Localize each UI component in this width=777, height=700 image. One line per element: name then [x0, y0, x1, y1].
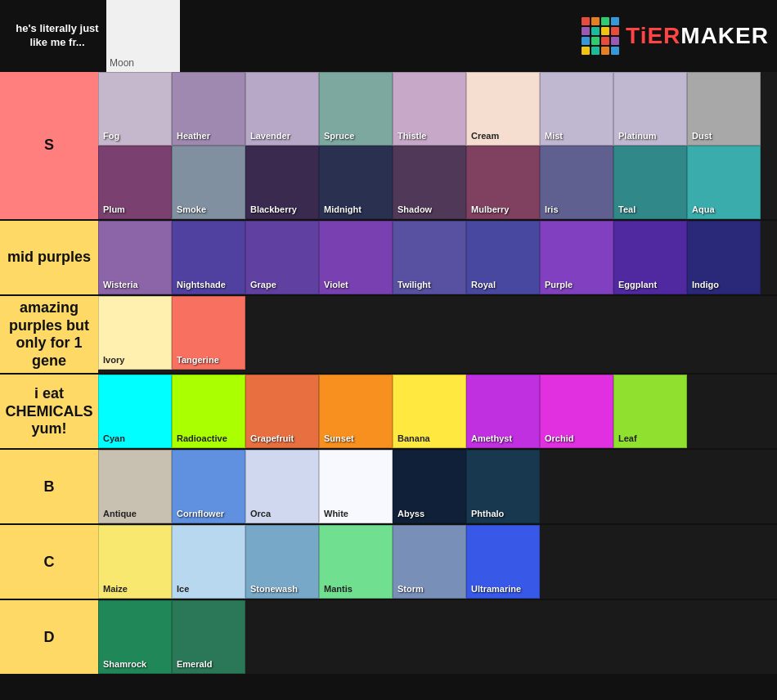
color-label-storm: Storm	[397, 584, 461, 595]
tiermaker-logo: TiERMAKER	[582, 17, 769, 55]
color-cell-violet: Violet	[319, 221, 393, 294]
tier-label-mid: mid purples	[0, 221, 98, 294]
tier-label-C: C	[0, 525, 98, 599]
color-cell-ivory: Ivory	[98, 296, 172, 370]
color-label-orchid: Orchid	[545, 433, 609, 444]
tier-label-amazing: amazing purples but only for 1 gene	[0, 296, 98, 373]
color-cell-mantis: Mantis	[319, 525, 393, 599]
logo-cell	[601, 37, 609, 45]
color-cell-abyss: Abyss	[393, 450, 466, 523]
color-label-spruce: Spruce	[324, 131, 388, 141]
color-cell-teal: Teal	[613, 146, 687, 219]
tier-row-chemicals: i eat CHEMICALS yum!CyanRadioactiveGrape…	[0, 375, 777, 450]
color-cell-antique: Antique	[98, 450, 172, 523]
color-label-maize: Maize	[103, 584, 167, 595]
tier-row-S: SFogHeatherLavenderSpruceThistleCreamMis…	[0, 72, 777, 221]
color-cell-plum: Plum	[98, 146, 172, 219]
color-cell-orchid: Orchid	[540, 375, 613, 448]
color-label-leaf: Leaf	[618, 433, 682, 444]
color-label-dust: Dust	[692, 131, 756, 141]
logo-cell	[591, 47, 600, 55]
color-cell-tangerine: Tangerine	[172, 296, 245, 370]
color-label-mantis: Mantis	[324, 584, 388, 595]
color-label-grape: Grape	[250, 280, 314, 290]
color-cell-royal: Royal	[466, 221, 540, 294]
tiermaker-title: TiERMAKER	[626, 23, 769, 49]
color-label-iris: Iris	[545, 204, 609, 215]
color-cell-emerald: Emerald	[172, 600, 245, 674]
logo-cell	[582, 17, 590, 25]
color-label-ice: Ice	[177, 584, 240, 595]
color-label-stonewash: Stonewash	[250, 584, 314, 595]
color-cell-shadow: Shadow	[393, 146, 466, 219]
color-cell-white: White	[319, 450, 393, 523]
tier-items-D: ShamrockEmerald	[98, 600, 777, 674]
color-cell-radioactive: Radioactive	[172, 375, 245, 448]
tier-items-amazing: IvoryTangerine	[98, 296, 777, 373]
color-label-antique: Antique	[103, 509, 167, 519]
logo-cell	[601, 17, 609, 25]
color-cell-heather: Heather	[172, 72, 245, 146]
color-label-mist: Mist	[545, 131, 609, 141]
color-label-blackberry: Blackberry	[250, 204, 314, 215]
color-label-cream: Cream	[471, 131, 535, 141]
color-label-purple: Purple	[545, 280, 609, 290]
tier-row-C: CMaizeIceStonewashMantisStormUltramarine	[0, 525, 777, 600]
color-label-heather: Heather	[177, 131, 240, 141]
color-label-eggplant: Eggplant	[618, 280, 682, 290]
tier-items-mid: WisteriaNightshadeGrapeVioletTwilightRoy…	[98, 221, 777, 294]
tier-label-chemicals: i eat CHEMICALS yum!	[0, 375, 98, 448]
color-cell-spruce: Spruce	[319, 72, 393, 146]
logo-cell	[582, 47, 590, 55]
tier-label-S: S	[0, 72, 98, 219]
logo-cell	[591, 17, 600, 25]
logo-cell	[611, 47, 619, 55]
color-cell-amethyst: Amethyst	[466, 375, 540, 448]
color-label-wisteria: Wisteria	[103, 280, 167, 290]
color-cell-orca: Orca	[245, 450, 319, 523]
color-label-shadow: Shadow	[397, 204, 461, 215]
color-cell-cyan: Cyan	[98, 375, 172, 448]
logo-grid-icon	[582, 17, 619, 55]
tier-label-D: D	[0, 600, 98, 674]
color-label-emerald: Emerald	[177, 659, 240, 670]
color-label-mulberry: Mulberry	[471, 204, 535, 215]
color-label-tangerine: Tangerine	[177, 355, 240, 366]
color-cell-shamrock: Shamrock	[98, 600, 172, 674]
color-label-ultramarine: Ultramarine	[471, 584, 535, 595]
logo-cell	[591, 27, 600, 35]
color-cell-aqua: Aqua	[687, 146, 761, 219]
color-label-aqua: Aqua	[692, 204, 756, 215]
color-label-twilight: Twilight	[397, 280, 461, 290]
logo-cell	[611, 17, 619, 25]
color-cell-smoke: Smoke	[172, 146, 245, 219]
header: he's literally just like me fr... Moon T…	[0, 0, 777, 72]
color-label-shamrock: Shamrock	[103, 659, 167, 670]
logo-cell	[611, 37, 619, 45]
color-label-cornflower: Cornflower	[177, 509, 240, 519]
color-cell-leaf: Leaf	[613, 375, 687, 448]
color-cell-midnight: Midnight	[319, 146, 393, 219]
color-cell-storm: Storm	[393, 525, 466, 599]
tier-row-D: DShamrockEmerald	[0, 600, 777, 675]
color-label-fog: Fog	[103, 131, 167, 141]
color-cell-cream: Cream	[466, 72, 540, 146]
color-cell-grape: Grape	[245, 221, 319, 294]
color-label-abyss: Abyss	[397, 509, 461, 519]
logo-cell	[582, 37, 590, 45]
tier-row-B: BAntiqueCornflowerOrcaWhiteAbyssPhthalo	[0, 450, 777, 525]
color-label-midnight: Midnight	[324, 204, 388, 215]
color-cell-dust: Dust	[687, 72, 761, 146]
tier-items-C: MaizeIceStonewashMantisStormUltramarine	[98, 525, 777, 599]
color-cell-sunset: Sunset	[319, 375, 393, 448]
color-cell-fog: Fog	[98, 72, 172, 146]
color-label-indigo: Indigo	[692, 280, 756, 290]
tier-items-S: FogHeatherLavenderSpruceThistleCreamMist…	[98, 72, 777, 219]
color-cell-iris: Iris	[540, 146, 613, 219]
color-label-violet: Violet	[324, 280, 388, 290]
color-cell-purple: Purple	[540, 221, 613, 294]
tier-items-B: AntiqueCornflowerOrcaWhiteAbyssPhthalo	[98, 450, 777, 523]
tier-row-mid: mid purplesWisteriaNightshadeGrapeViolet…	[0, 221, 777, 296]
color-label-amethyst: Amethyst	[471, 433, 535, 444]
color-label-plum: Plum	[103, 204, 167, 215]
